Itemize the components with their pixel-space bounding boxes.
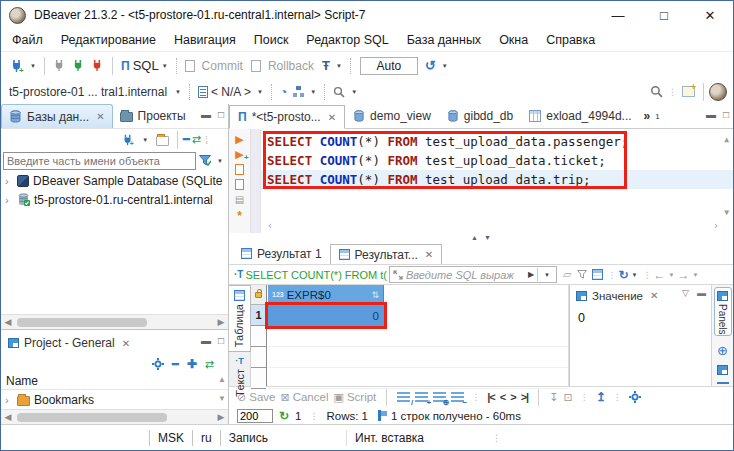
tab-projects[interactable]: Проекты — [113, 104, 193, 128]
first-row-icon[interactable]: |< — [487, 391, 495, 403]
filters-icon[interactable] — [577, 270, 587, 279]
delete-row-icon[interactable]: − — [451, 392, 464, 403]
close-icon[interactable]: ✕ — [650, 290, 658, 301]
scroll-down-icon[interactable]: ▼ — [218, 394, 226, 403]
value-panel-tab[interactable]: Значение — [592, 290, 643, 302]
menu-sql-editor[interactable]: Редактор SQL — [297, 33, 397, 47]
menu-search[interactable]: Поиск — [245, 33, 298, 47]
minimize-button[interactable]: — — [595, 1, 641, 29]
tab-exload-table[interactable]: exload_4994d... — [521, 104, 639, 128]
disconnect-icon[interactable] — [53, 59, 66, 72]
row-number[interactable]: 1 — [251, 305, 266, 326]
settings-gear-icon[interactable] — [152, 358, 164, 370]
dropdown-arrow[interactable]: ▼ — [257, 89, 263, 95]
tab-sql-script[interactable]: Π *<t5-prosto... ✕ — [229, 105, 345, 129]
dbeaver-perspective-icon[interactable] — [709, 83, 727, 101]
calc-panel-icon[interactable] — [717, 382, 729, 384]
menu-window[interactable]: Окна — [490, 33, 537, 47]
object-filter-input[interactable] — [3, 152, 196, 170]
add-row-icon[interactable]: + — [415, 392, 428, 403]
dropdown-arrow[interactable]: ▼ — [142, 137, 148, 143]
dashboard-icon[interactable]: ◔ — [280, 85, 287, 99]
menu-database[interactable]: База данных — [398, 33, 490, 47]
nav-back-icon[interactable]: ← — [654, 268, 666, 282]
maximize-editor-icon[interactable]: □ — [723, 109, 729, 120]
execute-script-new-tab-icon[interactable] — [235, 179, 244, 190]
menu-file[interactable]: Файл — [3, 33, 52, 47]
grid-refresh-icon[interactable] — [592, 269, 603, 280]
sql-code-area[interactable]: SELECT COUNT(*) FROM test_upload_data.pa… — [261, 129, 733, 233]
close-icon[interactable]: ✕ — [328, 112, 336, 123]
scrollbar-thumb[interactable] — [17, 413, 167, 422]
minimize-panel-icon[interactable]: ▬ — [697, 288, 706, 298]
dropdown-arrow[interactable]: ▼ — [310, 89, 316, 95]
rollback-button[interactable]: Rollback — [268, 59, 314, 73]
export-icon[interactable]: ↥ — [596, 390, 606, 404]
close-icon[interactable]: ✕ — [425, 249, 433, 260]
scroll-up-icon[interactable]: ▲ — [724, 135, 729, 144]
dropdown-arrow[interactable]: ▼ — [442, 63, 448, 69]
result-filter-input[interactable]: Введите SQL выраж ▶ ▼ — [389, 266, 557, 283]
network-icon[interactable] — [293, 86, 304, 97]
prev-row-icon[interactable]: < — [500, 391, 505, 403]
maximize-panel-icon[interactable]: □ — [218, 335, 224, 346]
collapse-all-icon[interactable]: ━ — [172, 358, 179, 371]
expand-chevron-icon[interactable]: › — [5, 194, 13, 206]
result-grid[interactable]: 123 EXPR$0 ⇅ 1 0 — [251, 285, 569, 386]
menu-edit[interactable]: Редактирование — [52, 33, 165, 47]
dropdown-arrow[interactable]: ▼ — [175, 89, 181, 95]
tab-databases[interactable]: Базы дан... ✕ — [1, 104, 113, 128]
active-database-combo[interactable]: < N/A > — [211, 85, 251, 99]
panels-toggle-button[interactable]: Panels — [714, 287, 732, 336]
new-connection-icon[interactable]: + — [10, 59, 24, 73]
invalidate-connection-icon[interactable] — [91, 59, 104, 72]
dropdown-arrow[interactable]: ▼ — [692, 272, 698, 278]
dropdown-arrow[interactable]: ▼ — [669, 272, 675, 278]
filter-icon[interactable] — [199, 155, 211, 166]
language-indicator[interactable]: ru — [193, 431, 220, 445]
scroll-left-icon[interactable]: ◀ — [1, 412, 15, 422]
new-connection-icon[interactable]: + — [122, 134, 134, 146]
nav-forward-icon[interactable]: → — [677, 268, 689, 282]
horizontal-scrollbar[interactable]: ◀ ▶ — [1, 409, 228, 424]
execute-statement-icon[interactable]: ▶ — [235, 134, 243, 145]
timezone-indicator[interactable]: MSK — [150, 431, 192, 445]
dropdown-arrow[interactable]: ▼ — [632, 272, 638, 278]
dropdown-arrow[interactable]: ▼ — [351, 89, 357, 95]
fetch-all-icon[interactable]: ⊡ — [563, 391, 572, 404]
editor-results-splitter[interactable]: ▲ ▼ — [229, 233, 733, 242]
collapse-all-icon[interactable]: ━ — [183, 133, 190, 146]
close-button[interactable]: ✕ — [687, 1, 733, 29]
tab-demo-view[interactable]: demo_view — [345, 104, 439, 128]
view-menu-icon[interactable]: ⁞ — [205, 134, 208, 146]
expand-chevron-icon[interactable]: › — [5, 394, 13, 406]
menu-navigation[interactable]: Навигация — [165, 33, 245, 47]
results-settings-gear-icon[interactable] — [629, 391, 641, 403]
maximize-button[interactable]: □ — [641, 1, 687, 29]
tab-project-general[interactable]: Project - General ✕ — [1, 331, 137, 355]
tab-gibdd-db[interactable]: gibdd_db — [439, 104, 521, 128]
execute-script-icon[interactable] — [235, 164, 244, 175]
dropdown-arrow[interactable]: ▼ — [336, 63, 342, 69]
tree-item-prostore-connection[interactable]: › t5-prostore-01.ru-central1.internal — [1, 190, 228, 209]
scroll-right-icon[interactable]: › — [713, 220, 719, 231]
splitter-up-icon[interactable]: ▲ — [471, 234, 478, 241]
commit-mode-combo[interactable]: Auto — [360, 57, 418, 75]
tab-grid-presentation[interactable]: Таблица — [229, 285, 251, 352]
tab-result-2[interactable]: Результат... ✕ — [330, 244, 443, 265]
scroll-up-icon[interactable]: ▲ — [218, 375, 226, 384]
minimize-panel-icon[interactable]: ▬ — [201, 335, 211, 346]
scroll-left-icon[interactable]: ‹ — [267, 220, 273, 231]
expand-icon[interactable] — [393, 270, 403, 280]
grouping-panel-icon[interactable]: ⊕ — [717, 343, 728, 358]
search-icon[interactable] — [333, 86, 345, 98]
close-icon[interactable]: ✕ — [122, 338, 130, 349]
last-row-icon[interactable]: >| — [521, 391, 529, 403]
scroll-right-icon[interactable]: ▶ — [214, 412, 228, 422]
apply-filter-icon[interactable]: ▶ — [528, 270, 534, 279]
close-icon[interactable]: ✕ — [96, 111, 104, 122]
dropdown-arrow[interactable]: ▼ — [162, 63, 168, 69]
dropdown-arrow[interactable]: ▼ — [30, 63, 36, 69]
edit-cell-icon[interactable]: / — [397, 392, 410, 403]
minimize-panel-icon[interactable]: ▬ — [201, 109, 211, 120]
